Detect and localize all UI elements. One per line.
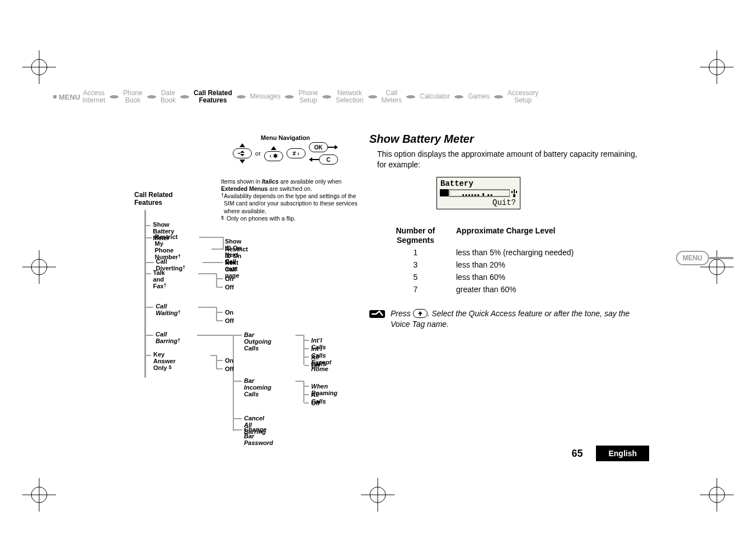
svg-marker-31 (240, 151, 245, 153)
svg-point-30 (494, 95, 503, 99)
breadcrumb-separator-icon (144, 95, 159, 99)
breadcrumb-node: Calculator (419, 93, 451, 100)
or-label: or (255, 150, 261, 157)
menu-breadcrumb: MENU AccessInternetPhoneBookDateBookCall… (53, 87, 705, 107)
breadcrumb-node: Call RelatedFeatures (192, 90, 233, 104)
svg-point-24 (237, 95, 246, 99)
svg-rect-49 (511, 191, 513, 193)
svg-point-27 (368, 95, 377, 99)
breadcrumb-separator-icon (403, 95, 419, 99)
tree-subitem: On (225, 309, 233, 316)
table-cell-segments: 7 (386, 285, 445, 294)
breadcrumb-separator-icon (177, 95, 192, 99)
tree-item-key-answer: Key Answer Only $ (153, 351, 181, 371)
svg-rect-51 (513, 194, 515, 197)
regmark-icon-tl (22, 50, 56, 84)
c-key-icon: C (319, 154, 338, 165)
tree-subitem: Change Bar Password (244, 426, 273, 446)
regmark-icon-tr (700, 50, 734, 84)
table-cell-desc: greater than 60% (456, 285, 516, 294)
up-key-icon (413, 309, 428, 318)
note-text: Items shown in (221, 178, 262, 185)
ok-key-icon: OK (309, 142, 328, 152)
battery-bar-icon (449, 189, 510, 197)
menu-navigation-figure: Menu Navigation or ‹ ✱ # › OK C (221, 134, 350, 165)
charge-table: Number of Segments Approximate Charge Le… (386, 226, 638, 294)
svg-point-21 (110, 95, 119, 99)
svg-rect-45 (482, 193, 484, 196)
dollar-icon: $ (221, 215, 227, 222)
svg-rect-44 (477, 194, 479, 196)
svg-rect-50 (516, 191, 517, 193)
regmark-icon-bl (22, 478, 56, 512)
breadcrumb-separator-icon (491, 95, 506, 99)
svg-rect-48 (514, 189, 515, 194)
svg-point-23 (180, 95, 189, 99)
side-menu-label: MENU (676, 251, 709, 265)
breadcrumb-node: DateBook (159, 90, 177, 104)
tree-item-restrict-l1: Restrict My (154, 233, 184, 247)
tree-subitem: Off (225, 317, 234, 324)
svg-marker-35 (335, 145, 338, 149)
tree-item-barring: Call Barring† (156, 331, 183, 344)
table-head-col1-l1: Number of (386, 226, 445, 236)
svg-rect-42 (472, 194, 473, 196)
note-text: Availability depends on the type and set… (224, 193, 358, 214)
svg-point-25 (285, 95, 294, 99)
table-row: 5less than 60% (386, 273, 638, 282)
lcd-display: Battery Quit (436, 177, 520, 209)
quick-access-tip: Press . Select the Quick Access feature … (369, 308, 638, 330)
breadcrumb-separator-icon (106, 95, 122, 99)
note-text: Italics (262, 178, 279, 185)
tree-subitem: On (225, 357, 233, 364)
battery-icon (440, 189, 449, 196)
page-heading: Show Battery Meter (369, 133, 638, 146)
notes-block: Items shown in Italics are available onl… (221, 178, 358, 222)
table-cell-segments: 3 (386, 260, 445, 269)
breadcrumb-node: AccessorySetup (506, 90, 539, 104)
page-description: This option displays the approximate amo… (377, 149, 638, 170)
star-key-icon: ‹ ✱ (264, 151, 283, 161)
svg-marker-37 (309, 157, 312, 162)
hash-key-icon: # › (287, 148, 306, 158)
svg-rect-43 (475, 194, 476, 196)
breadcrumb-node: CallMeters (381, 90, 403, 104)
breadcrumb-node: Messages (249, 93, 282, 100)
svg-point-26 (322, 95, 331, 99)
side-menu-tab: MENU (676, 251, 734, 265)
breadcrumb-separator-icon (365, 95, 381, 99)
svg-rect-46 (487, 194, 489, 196)
menu-navigation-title: Menu Navigation (221, 134, 350, 141)
table-head-col2: Approximate Charge Level (456, 226, 555, 245)
up-arrow-icon (240, 143, 245, 147)
menu-marker-icon (53, 95, 57, 99)
tree-subitem: On (225, 275, 233, 282)
svg-rect-40 (466, 194, 467, 196)
right-arrow-icon (328, 144, 338, 150)
section-title: Call Related Features (134, 191, 173, 207)
breadcrumb-separator-icon (451, 95, 467, 99)
down-arrow-icon (240, 160, 245, 163)
breadcrumb-separator-icon (319, 95, 335, 99)
regmark-icon-br (700, 478, 734, 512)
section-title-l2: Features (134, 199, 173, 207)
regmark-icon-ml (22, 250, 56, 284)
table-cell-desc: less than 20% (456, 260, 505, 269)
table-row: 3less than 20% (386, 260, 638, 269)
svg-rect-38 (449, 190, 510, 196)
svg-point-29 (454, 95, 463, 99)
page-footer: 65 English (369, 446, 649, 461)
lcd-row-title: Battery (439, 179, 518, 188)
breadcrumb-separator-icon (281, 95, 297, 99)
menu-label: MENU (59, 93, 80, 101)
breadcrumb-separator-icon (233, 95, 249, 99)
breadcrumb-node: AccessInternet (81, 90, 106, 104)
left-arrow-icon (309, 157, 319, 162)
tree-subitem: Bar Incoming Calls (244, 377, 271, 397)
table-cell-desc: less than 60% (456, 273, 505, 282)
signal-icon (510, 189, 518, 197)
tree-subsubitem: Off (311, 400, 320, 406)
table-row: 7greater than 60% (386, 285, 638, 294)
tree-item-waiting: Call Waiting† (156, 303, 183, 316)
svg-point-28 (406, 95, 415, 99)
